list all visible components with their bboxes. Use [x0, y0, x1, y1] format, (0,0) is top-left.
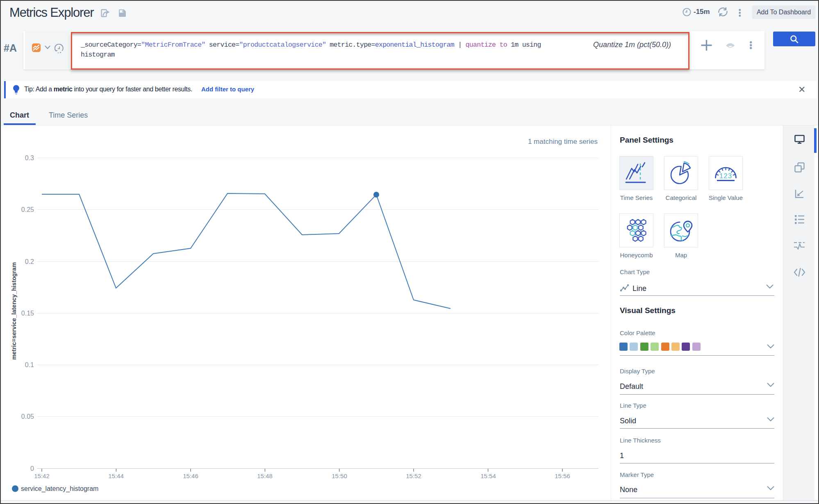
svg-text:15:44: 15:44 [108, 472, 124, 479]
svg-text:0: 0 [30, 465, 34, 472]
svg-text:15:48: 15:48 [257, 472, 273, 479]
svg-text:123: 123 [719, 172, 732, 180]
svg-text:0.15: 0.15 [21, 310, 34, 317]
svg-text:1 matching time series: 1 matching time series [528, 138, 598, 145]
svg-text:15:46: 15:46 [183, 472, 198, 479]
svg-text:0.25: 0.25 [21, 206, 34, 213]
svg-text:15:42: 15:42 [34, 472, 50, 479]
svg-text:15:50: 15:50 [332, 472, 347, 479]
svg-text:15:56: 15:56 [555, 472, 570, 479]
svg-text:0.1: 0.1 [25, 361, 34, 368]
svg-text:metric=service_latency_histogr: metric=service_latency_histogram [11, 262, 17, 360]
svg-text:15:54: 15:54 [480, 472, 496, 479]
svg-text:15:52: 15:52 [406, 472, 421, 479]
svg-text:0.05: 0.05 [21, 413, 34, 420]
svg-text:0.2: 0.2 [25, 258, 34, 265]
svg-text:0.3: 0.3 [25, 154, 34, 161]
svg-text:service_latency_histogram: service_latency_histogram [21, 485, 98, 493]
